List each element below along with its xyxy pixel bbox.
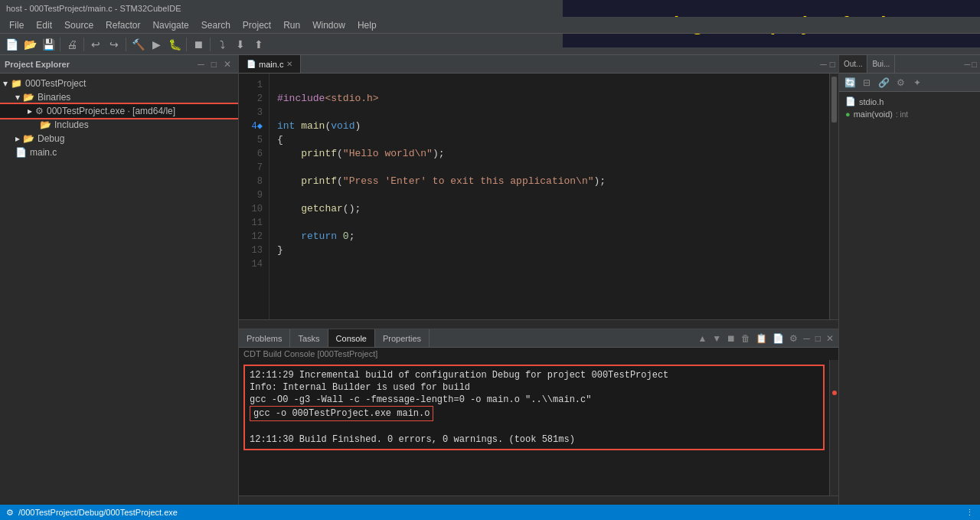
- outline-item-stdio[interactable]: 📄 stdio.h: [842, 95, 977, 108]
- console-hscroll[interactable]: [239, 495, 838, 505]
- code-line-2: #include<stdio.h>: [277, 92, 822, 106]
- toolbar-separator-4: [186, 38, 187, 51]
- editor-vscroll-thumb[interactable]: [831, 77, 837, 123]
- rt-sync-button[interactable]: 🔄: [842, 75, 858, 90]
- console-close-button[interactable]: ✕: [825, 332, 835, 345]
- console-vscroll[interactable]: [829, 360, 838, 495]
- console-clear-button[interactable]: 🗑: [740, 332, 752, 345]
- tab-console-label: Console: [336, 334, 367, 343]
- menu-source[interactable]: Source: [58, 18, 100, 32]
- rp-tab-build[interactable]: Bui...: [867, 55, 895, 73]
- tab-properties[interactable]: Properties: [375, 329, 430, 347]
- line-5: 5: [239, 133, 269, 147]
- rp-tab-outline-label: Out...: [844, 60, 862, 68]
- open-button[interactable]: 📂: [21, 36, 38, 53]
- pe-maximize-button[interactable]: □: [209, 58, 219, 70]
- console-minimize-button[interactable]: ─: [802, 332, 812, 345]
- tree-item-mainc[interactable]: 📄 main.c: [0, 146, 238, 159]
- code-line-8: printf("Press 'Enter' to exit this appli…: [277, 175, 822, 188]
- rt-collapse-button[interactable]: ⊟: [859, 75, 874, 90]
- run-button[interactable]: ▶: [148, 36, 165, 53]
- console-stop-button[interactable]: ⏹: [725, 332, 737, 345]
- tree-item-debug[interactable]: ▸ 📂 Debug: [0, 132, 238, 146]
- includes-label: Includes: [54, 119, 89, 130]
- editor-maximize-button[interactable]: □: [830, 59, 835, 70]
- right-panel-tabs: Out... Bui... ─ □: [839, 55, 980, 74]
- menu-run[interactable]: Run: [277, 18, 306, 32]
- console-up-button[interactable]: ▲: [696, 332, 708, 345]
- menu-refactor[interactable]: Refactor: [100, 18, 146, 32]
- tab-problems[interactable]: Problems: [239, 329, 290, 347]
- tab-tasks[interactable]: Tasks: [290, 329, 328, 347]
- menu-window[interactable]: Window: [306, 18, 351, 32]
- project-label: 000TestProject: [25, 78, 86, 89]
- tab-mainc-label: main.c: [259, 60, 283, 69]
- menu-edit[interactable]: Edit: [30, 18, 58, 32]
- right-panel: Out... Bui... ─ □ 🔄 ⊟ 🔗 ⚙ ✦ 📄 stdio.h ●: [838, 55, 980, 505]
- console-line-6: 12:11:30 Build Finished. 0 errors, 0 war…: [250, 433, 818, 446]
- step-return-button[interactable]: ⬆: [250, 36, 267, 53]
- project-collapse-icon: ▾: [3, 78, 8, 89]
- statusbar-right: ⋮: [965, 508, 974, 518]
- editor-hscroll[interactable]: [239, 319, 838, 329]
- print-button[interactable]: 🖨: [64, 36, 80, 53]
- step-into-button[interactable]: ⬇: [232, 36, 249, 53]
- console-maximize-button[interactable]: □: [814, 332, 822, 345]
- console-tab-controls: ▲ ▼ ⏹ 🗑 📋 📄 ⚙ ─ □ ✕: [693, 329, 838, 347]
- pe-minimize-button[interactable]: ─: [195, 58, 207, 70]
- debug-button[interactable]: 🐛: [166, 36, 183, 53]
- console-paste-button[interactable]: 📄: [771, 332, 786, 345]
- rp-maximize-button[interactable]: □: [972, 60, 977, 69]
- code-content[interactable]: #include<stdio.h> int main(void) { print…: [270, 74, 829, 319]
- rp-tab-outline[interactable]: Out...: [839, 55, 867, 73]
- stop-button[interactable]: ⏹: [190, 36, 207, 53]
- build-button[interactable]: 🔨: [129, 36, 146, 53]
- left-panel: Project Explorer ─ □ ✕ ▾ 📁 000TestProjec…: [0, 55, 239, 505]
- exe-expand-icon: ▸: [28, 106, 32, 116]
- step-over-button[interactable]: ⤵: [214, 36, 230, 53]
- tree-item-project[interactable]: ▾ 📁 000TestProject: [0, 77, 238, 90]
- menu-file[interactable]: File: [3, 18, 30, 32]
- tree-item-binaries[interactable]: ▾ 📂 Binaries: [0, 90, 238, 104]
- save-button[interactable]: 💾: [40, 36, 57, 53]
- pe-close-button[interactable]: ✕: [221, 58, 234, 70]
- rt-extra-button[interactable]: ✦: [910, 75, 925, 90]
- console-settings-button[interactable]: ⚙: [788, 332, 799, 345]
- toolbar-separator-1: [60, 38, 60, 51]
- code-line-12: return 0;: [277, 230, 822, 244]
- bottom-panel: Problems Tasks Console Properties ▲ ▼ ⏹ …: [239, 329, 838, 505]
- menu-navigate[interactable]: Navigate: [146, 18, 194, 32]
- tree-item-includes[interactable]: 📂 Includes: [0, 118, 238, 132]
- console-down-button[interactable]: ▼: [710, 332, 723, 345]
- rp-minimize-button[interactable]: ─: [965, 60, 971, 69]
- toolbar-separator-2: [83, 38, 84, 51]
- outline-item-main[interactable]: ● main(void) : int: [842, 108, 977, 120]
- toolbar-separator-3: [126, 38, 126, 51]
- line-7: 7: [239, 161, 269, 175]
- console-copy-button[interactable]: 📋: [754, 332, 769, 345]
- new-button[interactable]: 📄: [3, 36, 20, 53]
- rt-link-button[interactable]: 🔗: [876, 75, 891, 90]
- editor-tab-controls: ─ □: [817, 55, 838, 73]
- tree-item-exe[interactable]: ▸ ⚙ 000TestProject.exe · [amd64/le]: [0, 104, 238, 118]
- line-4: 4◆: [239, 119, 269, 133]
- includes-folder-icon: 📂: [40, 119, 51, 130]
- console-content-area: 12:11:29 Incremental build of configurat…: [239, 360, 838, 495]
- editor-scroll-area: 1 2 3 4◆ 5 6 7 8 9 10 11 12 13 14: [239, 74, 838, 319]
- tab-mainc[interactable]: 📄 main.c ✕: [239, 55, 301, 73]
- tab-console[interactable]: Console: [328, 329, 375, 347]
- menu-bar: File Edit Source Refactor Navigate Searc…: [0, 17, 980, 34]
- binaries-label: Binaries: [38, 92, 70, 103]
- code-line-1: [277, 78, 822, 92]
- menu-help[interactable]: Help: [351, 18, 383, 32]
- tab-mainc-close[interactable]: ✕: [286, 60, 292, 68]
- editor-vscroll[interactable]: [829, 74, 838, 319]
- statusbar-file-icon: ⚙: [6, 508, 14, 518]
- menu-search[interactable]: Search: [195, 18, 237, 32]
- code-line-4: int main(void): [277, 119, 822, 133]
- redo-button[interactable]: ↪: [106, 36, 122, 53]
- undo-button[interactable]: ↩: [87, 36, 104, 53]
- rt-settings-button[interactable]: ⚙: [893, 75, 908, 90]
- menu-project[interactable]: Project: [237, 18, 277, 32]
- editor-minimize-button[interactable]: ─: [820, 59, 827, 70]
